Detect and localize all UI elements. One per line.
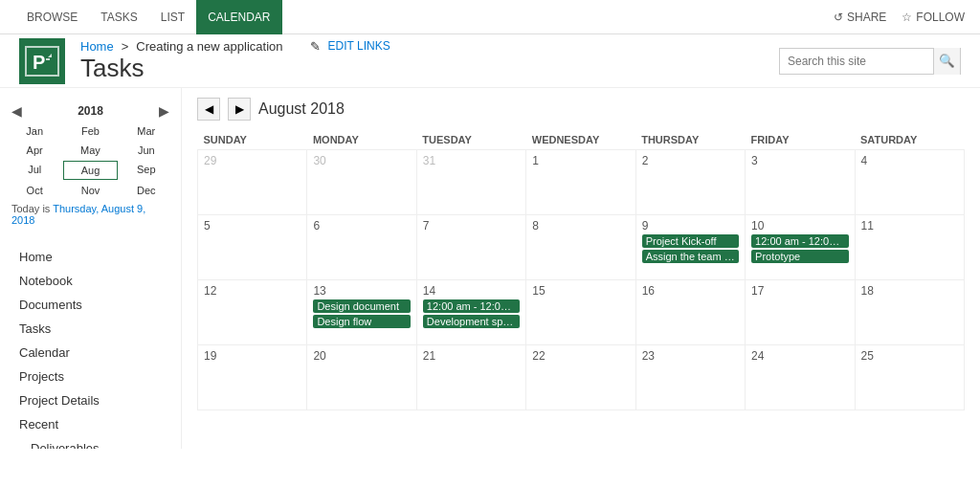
cal-cell-1-0: 5	[198, 215, 307, 280]
sidebar-home[interactable]: Home	[0, 245, 181, 269]
sidebar: ◀ 2018 ▶ Jan Feb Mar Apr May Jun Jul Aug…	[0, 88, 182, 449]
mini-cal-header: ◀ 2018 ▶	[8, 103, 173, 119]
cal-day-num-1-6: 11	[861, 219, 958, 232]
cal-cell-2-3: 15	[526, 280, 635, 345]
cal-day-num-1-2: 7	[423, 219, 520, 232]
nav-calendar[interactable]: CALENDAR	[196, 0, 281, 34]
share-button[interactable]: ↺ SHARE	[834, 11, 886, 24]
sidebar-projects[interactable]: Projects	[0, 365, 181, 388]
mini-cal-aug[interactable]: Aug	[63, 161, 117, 180]
header: P Home > Creating a new application ✎ ED…	[0, 34, 980, 88]
cal-cell-2-1: 13Design documentDesign flow	[307, 280, 416, 345]
cal-day-num-2-6: 18	[861, 284, 958, 298]
cal-event-1-4-1[interactable]: Assign the team memb...	[642, 250, 739, 263]
svg-text:P: P	[33, 52, 45, 73]
nav-browse[interactable]: BROWSE	[15, 0, 89, 34]
mini-calendar: ◀ 2018 ▶ Jan Feb Mar Apr May Jun Jul Aug…	[0, 98, 181, 235]
cal-event-2-2-1[interactable]: Development specifica...	[423, 315, 520, 328]
cal-event-1-5-1[interactable]: Prototype	[751, 250, 848, 263]
main-layout: ◀ 2018 ▶ Jan Feb Mar Apr May Jun Jul Aug…	[0, 88, 980, 449]
cal-title: August 2018	[258, 100, 345, 118]
sidebar-nav: Home Notebook Documents Tasks Calendar P…	[0, 245, 181, 449]
mini-cal-mar[interactable]: Mar	[120, 122, 173, 140]
breadcrumb: Home > Creating a new application ✎ EDIT…	[80, 39, 779, 54]
nav-tasks[interactable]: TASKS	[89, 0, 148, 34]
sidebar-notebook[interactable]: Notebook	[0, 269, 181, 293]
mini-cal-jul[interactable]: Jul	[8, 161, 61, 180]
mini-cal-prev[interactable]: ◀	[8, 103, 26, 119]
mini-cal-apr[interactable]: Apr	[8, 142, 61, 159]
cal-day-num-3-4: 23	[642, 349, 739, 363]
cal-cell-3-2: 21	[416, 345, 525, 410]
cal-week-2: 1213Design documentDesign flow1412:00 am…	[198, 280, 965, 345]
cal-day-num-2-2: 14	[423, 284, 520, 298]
cal-day-num-0-2: 31	[423, 154, 520, 167]
calendar-area: ◀ ▶ August 2018 SUNDAY MONDAY TUESDAY WE…	[182, 88, 980, 449]
cal-cell-2-2: 1412:00 am - 12:00 amDevelopment specifi…	[416, 280, 525, 345]
mini-cal-nov[interactable]: Nov	[63, 182, 117, 199]
cal-day-num-2-5: 17	[751, 284, 848, 298]
cal-day-num-2-0: 12	[204, 284, 301, 298]
cal-day-num-0-1: 30	[313, 154, 410, 167]
cal-prev-btn[interactable]: ◀	[197, 98, 220, 121]
mini-cal-year: 2018	[78, 104, 103, 118]
sidebar-deliverables[interactable]: Deliverables	[0, 436, 181, 449]
project-icon: P	[31, 50, 54, 73]
cal-cell-3-4: 23	[635, 345, 745, 410]
cal-header-sat: SATURDAY	[855, 130, 964, 150]
today-text: Today is Thursday, August 9, 2018	[8, 199, 173, 230]
mini-cal-feb[interactable]: Feb	[63, 122, 117, 140]
cal-day-num-3-6: 25	[861, 349, 958, 363]
cal-cell-3-0: 19	[198, 345, 307, 410]
edit-links-button[interactable]: EDIT LINKS	[328, 39, 390, 53]
mini-cal-oct[interactable]: Oct	[8, 182, 61, 199]
nav-list[interactable]: LIST	[149, 0, 196, 34]
cal-header-fri: FRIDAY	[746, 130, 855, 150]
cal-header: ◀ ▶ August 2018	[197, 98, 965, 121]
cal-day-headers: SUNDAY MONDAY TUESDAY WEDNESDAY THURSDAY…	[198, 130, 965, 150]
sidebar-tasks[interactable]: Tasks	[0, 317, 181, 341]
mini-cal-jun[interactable]: Jun	[120, 142, 173, 159]
cal-cell-1-6: 11	[855, 215, 964, 280]
cal-event-2-1-1[interactable]: Design flow	[313, 315, 410, 328]
cal-event-2-1-0[interactable]: Design document	[313, 299, 410, 313]
mini-cal-next[interactable]: ▶	[155, 103, 173, 119]
search-button[interactable]: 🔍	[933, 48, 960, 75]
cal-cell-3-5: 24	[746, 345, 855, 410]
mini-cal-jan[interactable]: Jan	[8, 122, 61, 140]
cal-header-sun: SUNDAY	[198, 130, 307, 150]
cal-day-num-1-0: 5	[204, 219, 301, 232]
logo-inner: P	[25, 46, 59, 77]
cal-event-1-4-0[interactable]: Project Kick-off	[642, 234, 739, 248]
cal-cell-1-2: 7	[416, 215, 525, 280]
mini-cal-sep[interactable]: Sep	[120, 161, 173, 180]
cal-day-num-0-0: 29	[204, 154, 301, 167]
cal-event-2-2-0[interactable]: 12:00 am - 12:00 am	[423, 299, 520, 313]
breadcrumb-sep: >	[122, 39, 129, 54]
sidebar-documents[interactable]: Documents	[0, 293, 181, 317]
cal-next-btn[interactable]: ▶	[228, 98, 251, 121]
cal-cell-3-1: 20	[307, 345, 416, 410]
cal-day-num-2-3: 15	[532, 284, 629, 298]
cal-day-num-0-4: 2	[642, 154, 739, 167]
cal-cell-1-1: 6	[307, 215, 416, 280]
cal-cell-1-4: 9Project Kick-offAssign the team memb...	[635, 215, 745, 280]
mini-cal-dec[interactable]: Dec	[120, 182, 173, 199]
cal-cell-2-5: 17	[746, 280, 855, 345]
cal-day-num-3-5: 24	[751, 349, 848, 363]
cal-cell-3-6: 25	[855, 345, 964, 410]
follow-button[interactable]: ☆ FOLLOW	[902, 11, 965, 24]
cal-day-num-2-1: 13	[313, 284, 410, 298]
sidebar-calendar[interactable]: Calendar	[0, 341, 181, 365]
search-box: 🔍	[779, 48, 961, 75]
sidebar-project-details[interactable]: Project Details	[0, 388, 181, 412]
search-input[interactable]	[780, 55, 933, 68]
cal-event-1-5-0[interactable]: 12:00 am - 12:00 am	[751, 234, 848, 248]
cal-header-tue: TUESDAY	[416, 130, 525, 150]
sidebar-recent[interactable]: Recent	[0, 412, 181, 436]
breadcrumb-home[interactable]: Home	[80, 39, 114, 54]
calendar-grid: SUNDAY MONDAY TUESDAY WEDNESDAY THURSDAY…	[197, 130, 965, 410]
cal-day-num-1-1: 6	[313, 219, 410, 232]
cal-cell-2-6: 18	[855, 280, 964, 345]
mini-cal-may[interactable]: May	[63, 142, 117, 159]
